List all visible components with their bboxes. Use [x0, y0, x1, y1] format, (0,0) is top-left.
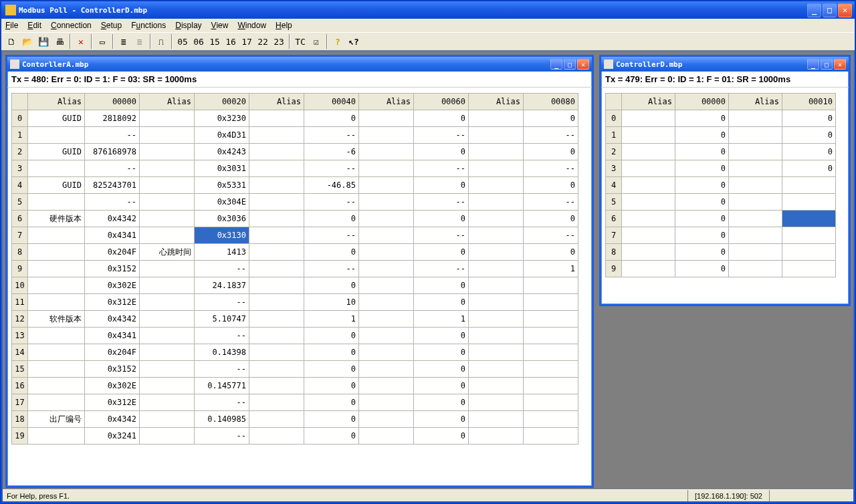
cell[interactable]	[469, 127, 524, 144]
cell[interactable]	[469, 294, 524, 311]
corner-header[interactable]	[606, 94, 622, 110]
cell[interactable]	[622, 261, 675, 277]
cell[interactable]	[622, 244, 675, 261]
cell[interactable]: 0	[304, 211, 359, 227]
cell[interactable]	[359, 244, 414, 261]
cell[interactable]: 0x302E	[85, 378, 140, 394]
col-header[interactable]: 00060	[414, 94, 469, 110]
cell[interactable]	[249, 110, 304, 127]
cell[interactable]: --	[524, 160, 578, 177]
cell[interactable]: 0	[675, 160, 729, 177]
cell[interactable]: 0	[304, 428, 359, 445]
cell[interactable]	[249, 428, 304, 445]
child-a-minimize[interactable]: _	[550, 59, 562, 70]
row-header[interactable]: 12	[12, 311, 28, 328]
save-icon[interactable]: 💾	[36, 34, 51, 49]
row-header[interactable]: 16	[12, 378, 28, 394]
cell[interactable]	[28, 428, 85, 445]
open-icon[interactable]: 📂	[20, 34, 35, 49]
cell[interactable]: 0	[414, 361, 469, 378]
cell[interactable]: 硬件版本	[28, 211, 85, 227]
cell[interactable]	[140, 378, 195, 394]
cell[interactable]	[359, 144, 414, 160]
cell[interactable]: 0	[414, 177, 469, 194]
cell[interactable]: --	[414, 160, 469, 177]
row-header[interactable]: 19	[12, 428, 28, 445]
fn-15[interactable]: 15	[207, 34, 222, 49]
cell[interactable]: 1	[524, 261, 578, 277]
cell[interactable]	[249, 227, 304, 244]
cell[interactable]	[469, 311, 524, 328]
cell[interactable]: 0	[675, 177, 729, 194]
cell[interactable]: 0	[675, 227, 729, 244]
row-header[interactable]: 13	[12, 328, 28, 344]
col-header[interactable]: 00080	[524, 94, 578, 110]
cell[interactable]: 出厂编号	[28, 411, 85, 428]
cell[interactable]	[524, 277, 578, 294]
cell[interactable]	[469, 244, 524, 261]
cell[interactable]	[140, 227, 195, 244]
cell[interactable]: 0x3152	[85, 361, 140, 378]
cell[interactable]: 软件版本	[28, 311, 85, 328]
cell[interactable]: 0.145771	[195, 378, 249, 394]
cell[interactable]	[524, 311, 578, 328]
cell[interactable]	[469, 277, 524, 294]
cell[interactable]	[469, 428, 524, 445]
cell[interactable]	[469, 144, 524, 160]
cell[interactable]	[729, 227, 782, 244]
pulse-icon[interactable]: ⎍	[154, 34, 169, 49]
cell[interactable]: 825243701	[85, 177, 140, 194]
cell[interactable]	[249, 328, 304, 344]
cell[interactable]	[140, 311, 195, 328]
cell[interactable]: 0.14398	[195, 344, 249, 361]
cell[interactable]: 0x5331	[195, 177, 249, 194]
cell[interactable]	[249, 277, 304, 294]
cell[interactable]: 1413	[195, 244, 249, 261]
col-header[interactable]: Alias	[359, 94, 414, 110]
cell[interactable]: 1	[414, 311, 469, 328]
cell[interactable]	[28, 328, 85, 344]
cell[interactable]	[782, 211, 836, 227]
menu-view[interactable]: View	[211, 21, 229, 30]
fn-05[interactable]: 05	[175, 34, 190, 49]
menu-connection[interactable]: Connection	[51, 21, 92, 30]
cell[interactable]	[622, 227, 675, 244]
cell[interactable]: 0	[414, 378, 469, 394]
cell[interactable]: 0	[304, 411, 359, 428]
cell[interactable]: 0x3230	[195, 110, 249, 127]
cell[interactable]	[524, 378, 578, 394]
cell[interactable]	[140, 294, 195, 311]
cell[interactable]: --	[85, 160, 140, 177]
cell[interactable]	[729, 160, 782, 177]
cell[interactable]: --	[195, 394, 249, 411]
fn-17[interactable]: 17	[239, 34, 254, 49]
cell[interactable]	[140, 211, 195, 227]
cell[interactable]	[622, 127, 675, 144]
cell[interactable]	[359, 227, 414, 244]
fn-06[interactable]: 06	[191, 34, 206, 49]
cell[interactable]: 24.1837	[195, 277, 249, 294]
cell[interactable]: 0	[675, 127, 729, 144]
cell[interactable]: 0	[414, 110, 469, 127]
corner-header[interactable]	[12, 94, 28, 110]
row-header[interactable]: 7	[12, 227, 28, 244]
cell[interactable]	[28, 344, 85, 361]
cell[interactable]	[359, 177, 414, 194]
cell[interactable]: 0	[414, 428, 469, 445]
child-d-close[interactable]: ✕	[834, 59, 846, 70]
cell[interactable]: 876168978	[85, 144, 140, 160]
row-header[interactable]: 2	[606, 144, 622, 160]
cell[interactable]	[622, 144, 675, 160]
col-header[interactable]: Alias	[28, 94, 85, 110]
cell[interactable]	[782, 227, 836, 244]
cell[interactable]	[28, 160, 85, 177]
col-header[interactable]: Alias	[249, 94, 304, 110]
cell[interactable]	[729, 127, 782, 144]
cell[interactable]	[140, 144, 195, 160]
cell[interactable]: 0	[782, 144, 836, 160]
cell[interactable]: --	[414, 227, 469, 244]
col-header[interactable]: 00000	[85, 94, 140, 110]
cell[interactable]: 1	[304, 311, 359, 328]
menu-display[interactable]: Display	[175, 21, 201, 30]
cell[interactable]	[359, 127, 414, 144]
